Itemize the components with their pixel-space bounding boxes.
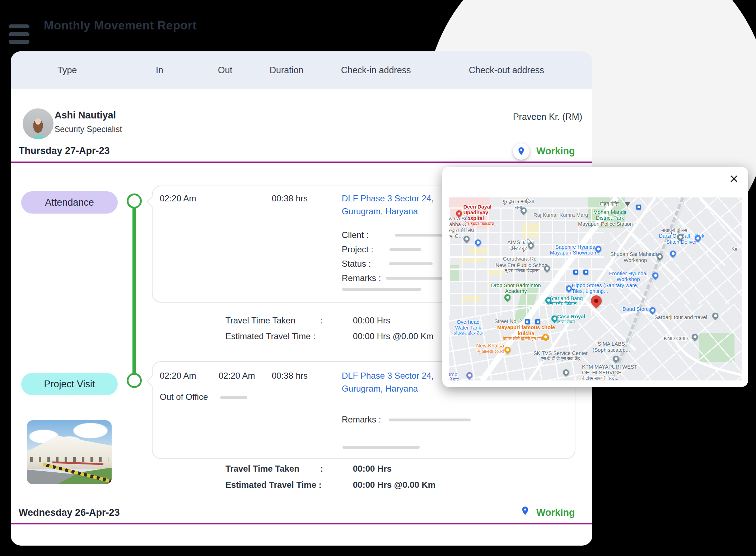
client-label: Client :	[342, 230, 369, 240]
day-divider	[11, 523, 592, 524]
estimated-travel-time-value: 00:00 Hrs @0.00 Km	[353, 480, 435, 490]
map-label: Hippo Stores (Sanitary ware, Tiles, Ligh…	[572, 282, 649, 294]
status-label: Status :	[342, 259, 371, 269]
empty-value-bar	[342, 446, 420, 449]
map-label: Drop Shot Badminton Academy	[481, 282, 551, 294]
page-title: Monthly Movement Report	[44, 19, 197, 32]
manager-name: Praveen Kr. (RM)	[513, 112, 582, 122]
map-label: Sardarji tour and travel	[649, 314, 712, 320]
map-label: KTM MAYAPURI WEST DELHI SERVICEकेटीएम मा…	[582, 364, 652, 380]
map-label: Gurudwara Rd	[500, 256, 540, 262]
estimated-travel-time-value: 00:00 Hrs @0.00 Km	[353, 331, 433, 341]
map-pin-transit-icon	[583, 270, 588, 275]
column-header-duration: Duration	[270, 65, 304, 75]
checkin-time: 02:20 Am	[160, 193, 196, 204]
map-label: KND COD	[660, 336, 692, 341]
column-header-out: Out	[218, 65, 232, 75]
column-header-in: In	[156, 65, 163, 75]
table-header: Type In Out Duration Check-in address Ch…	[11, 51, 592, 89]
check-in-address-link[interactable]: DLF Phase 3 Sector 24, Gurugram, Haryana	[342, 192, 446, 218]
status-badge: Working	[536, 146, 575, 157]
timeline-connector	[132, 208, 136, 374]
estimated-travel-time-label: Estimated Travel Time :	[225, 331, 316, 341]
map-label: Shuban Sai Mahindra Workshop	[608, 251, 662, 263]
menu-button[interactable]	[9, 24, 29, 44]
estimated-travel-time-label: Estimated Travel Time :	[225, 480, 322, 490]
location-pin-button[interactable]	[513, 143, 529, 160]
check-in-address-link[interactable]: DLF Phase 3 Sector 24, Gurugram, Haryana	[342, 369, 446, 395]
timeline-node-icon	[127, 193, 142, 209]
avatar	[23, 108, 53, 139]
hamburger-icon	[9, 24, 29, 28]
empty-value-bar	[389, 248, 421, 251]
map-label: Mohan Mandir District Park	[589, 209, 631, 221]
map-label: Mayapuri Police Station	[566, 221, 645, 227]
status-badge: Working	[536, 507, 575, 518]
column-header-checkin-address: Check-in address	[341, 65, 411, 75]
attendance-type-pill: Attendance	[21, 191, 118, 214]
empty-value-bar	[389, 419, 471, 421]
duration-value: 00:38 hrs	[272, 193, 308, 204]
location-pin-icon	[520, 511, 530, 517]
column-header-checkout-address: Check-out address	[469, 65, 544, 75]
remarks-label: Remarks :	[342, 273, 381, 283]
map-canvas[interactable]: Deen Dayal Upadhyay Hospitalदीन दयाल उपा…	[449, 197, 742, 380]
map-label: Kir	[731, 246, 742, 252]
map-pin-transit-icon	[573, 270, 578, 275]
map-label: गुरुद्वारा रामगढ़िया सभा	[499, 198, 538, 210]
travel-time-taken-label: Travel Time Taken	[225, 464, 299, 474]
employee-name: Ashi Nautiyal	[55, 110, 116, 121]
column-header-type: Type	[57, 65, 77, 75]
duration-value: 00:38 hrs	[272, 371, 308, 381]
map-label: Casa Royalकासा रॉयल	[557, 314, 591, 324]
empty-value-bar	[220, 396, 247, 399]
map-label: umpी पम्प	[449, 372, 463, 381]
travel-time-taken-value: 00:00 Hrs	[353, 316, 390, 326]
empty-value-bar	[389, 262, 433, 265]
map-label: Frontier Hyundai Workshop	[604, 271, 652, 282]
map-pin-transit-icon	[525, 319, 530, 324]
project-label: Project :	[342, 244, 373, 254]
travel-time-taken-value: 00:00 Hrs	[353, 464, 392, 474]
map-label: Daud Store	[619, 306, 653, 312]
card-notch	[146, 375, 158, 387]
day-date: Thursday 27-Apr-23	[19, 145, 110, 156]
colon: :	[320, 316, 323, 326]
map-label: SIMA LABS (Sophisticated...	[583, 341, 639, 352]
location-pin-button[interactable]	[520, 506, 530, 517]
checkin-time: 02:20 Am	[160, 371, 196, 381]
site-photo-thumbnail[interactable]	[27, 420, 112, 484]
employee-role: Security Specialist	[55, 125, 122, 134]
map-label: Raj Kumar Kumra Marg	[525, 212, 597, 218]
map-label: dwara Sri Sabha C...	[449, 216, 480, 227]
checkout-time: 02:20 Am	[219, 371, 255, 381]
out-of-office-label: Out of Office	[160, 392, 208, 402]
empty-value-bar	[342, 288, 421, 291]
card-notch	[146, 196, 158, 207]
map-pin-transit-icon	[636, 205, 641, 210]
map-label: मोहन मंदिर	[595, 201, 624, 207]
page-background: { "app": { "title": "Monthly Movement Re…	[0, 0, 756, 556]
travel-time-taken-label: Travel Time Taken	[225, 316, 295, 326]
day-divider	[11, 162, 592, 163]
map-label: New Khalsaन्यू खालसा रेस्तरां	[472, 343, 508, 354]
location-pin-icon	[517, 146, 526, 157]
map-popup: ✕ Deen Dayal Upadhyay Hospitalदीन दयाल उ…	[442, 167, 748, 387]
remarks-label: Remarks :	[342, 415, 381, 425]
project-visit-type-pill: Project Visit	[21, 373, 118, 395]
map-pin-transit-icon	[535, 319, 540, 324]
map-label: Overhead Water Tankओवरहेड वॉटर टैंक	[450, 319, 486, 336]
timeline-node-icon	[127, 373, 142, 388]
close-icon[interactable]: ✕	[729, 173, 739, 185]
map-label: Street No. 2	[491, 318, 525, 324]
map-label: Starland Banqस्टारलैंड बैंक्वेट्स	[550, 295, 591, 306]
colon: :	[320, 464, 323, 474]
map-pin-marker-icon	[625, 202, 630, 207]
day-date: Wednesday 26-Apr-23	[19, 507, 120, 518]
